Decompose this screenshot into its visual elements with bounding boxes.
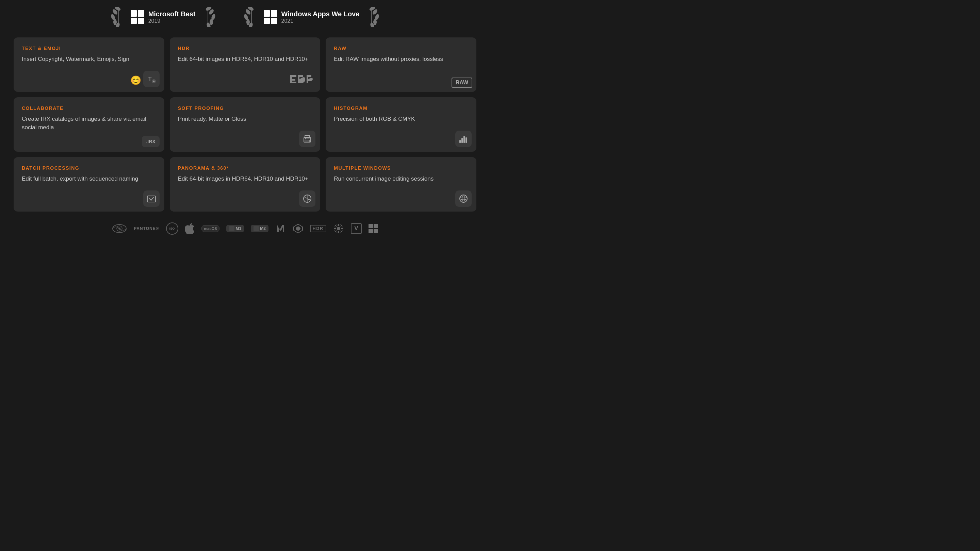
svg-rect-43 (147, 196, 156, 202)
feature-desc-raw: Edit RAW images without proxies, lossles… (334, 55, 468, 85)
svg-rect-34 (307, 75, 311, 77)
feature-card-text-emoji: TEXT & EMOJI Insert Copyright, Watermark… (14, 37, 164, 92)
feature-desc-soft-proofing: Print ready, Matte or Gloss (178, 115, 312, 145)
irx-badge-icon: .IRX (142, 136, 159, 147)
feature-title-collaborate: COLLABORATE (22, 105, 156, 111)
histogram-icon (455, 130, 472, 147)
feature-desc-panorama: Edit 64-bit images in HDR64, HDR10 and H… (178, 175, 312, 205)
feature-desc-batch: Edit full batch, export with sequenced n… (22, 175, 156, 205)
logo-burst (333, 223, 344, 234)
features-grid: TEXT & EMOJI Insert Copyright, Watermark… (14, 37, 476, 211)
logos-bar: PANTONE® ISO macOS M1 M2 (14, 222, 476, 235)
feature-card-batch: BATCH PROCESSING Edit full batch, export… (14, 157, 164, 211)
svg-rect-39 (460, 140, 461, 143)
feature-card-soft-proofing: SOFT PROOFING Print ready, Matte or Glos… (170, 97, 321, 152)
logo-vee: V (351, 223, 362, 234)
award-text-2: Windows Apps We Love 2021 (282, 10, 360, 24)
laurel-right-2-icon (363, 7, 380, 27)
award-title-2: Windows Apps We Love (282, 10, 360, 18)
svg-line-62 (335, 230, 337, 232)
feature-card-histogram: HISTOGRAM Precision of both RGB & CMYK (326, 97, 476, 152)
hdr-badge-icon (290, 75, 314, 86)
svg-point-38 (305, 138, 306, 140)
raw-badge-icon: RAW (452, 78, 472, 88)
feature-title-multiple-windows: MULTIPLE WINDOWS (334, 165, 468, 171)
logo-m1: M1 (226, 225, 244, 232)
svg-rect-51 (253, 226, 259, 231)
award-item-2: Windows Apps We Love 2021 (243, 7, 380, 27)
feature-card-hdr: HDR Edit 64-bit images in HDR64, HDR10 a… (170, 37, 321, 92)
text-tool-icon: T + (143, 71, 159, 87)
svg-rect-30 (290, 82, 296, 83)
logo-pantone: PANTONE® (134, 226, 159, 231)
laurel-left-2-icon (243, 7, 259, 27)
feature-desc-collaborate: Create IRX catalogs of images & share vi… (22, 115, 156, 145)
emoji-icon: 😊 (130, 75, 141, 86)
feature-card-raw: RAW Edit RAW images without proxies, los… (326, 37, 476, 92)
svg-point-21 (373, 19, 377, 25)
windows-logo-award-2 (264, 10, 277, 24)
award-text-1: Microsoft Best 2019 (148, 10, 196, 24)
svg-rect-32 (298, 75, 303, 77)
logo-metal (275, 223, 286, 234)
logo-iso: ISO (166, 222, 178, 235)
svg-rect-28 (290, 75, 296, 77)
feature-title-soft-proofing: SOFT PROOFING (178, 105, 312, 111)
svg-line-70 (334, 230, 336, 230)
logo-macos: macOS (202, 225, 220, 232)
svg-line-66 (342, 230, 343, 230)
svg-rect-50 (229, 226, 234, 231)
feature-title-batch: BATCH PROCESSING (22, 165, 156, 171)
panorama-icon (299, 191, 315, 207)
awards-section: Microsoft Best 2019 (14, 7, 476, 27)
feature-card-panorama: PANORAMA & 360° Edit 64-bit images in HD… (170, 157, 321, 211)
feature-title-histogram: HISTOGRAM (334, 105, 468, 111)
svg-text:+: + (153, 79, 155, 83)
laurel-right-icon (200, 7, 216, 27)
award-item-1: Microsoft Best 2019 (110, 7, 216, 27)
svg-rect-40 (461, 138, 463, 143)
feature-desc-histogram: Precision of both RGB & CMYK (334, 115, 468, 145)
feature-card-collaborate: COLLABORATE Create IRX catalogs of image… (14, 97, 164, 152)
logo-apple (185, 223, 195, 234)
svg-point-15 (247, 19, 250, 25)
svg-text:T: T (148, 76, 152, 83)
print-icon (299, 130, 315, 147)
svg-rect-42 (466, 137, 467, 143)
laurel-left-icon (110, 7, 127, 27)
logo-windows-bottom (369, 224, 378, 233)
award-year-1: 2019 (148, 18, 196, 24)
batch-icon (143, 191, 159, 207)
logo-shape (293, 224, 303, 233)
feature-title-hdr: HDR (178, 46, 312, 51)
svg-line-61 (340, 225, 342, 227)
svg-line-59 (335, 225, 337, 227)
svg-point-54 (337, 227, 340, 230)
award-title-1: Microsoft Best (148, 10, 196, 18)
feature-title-panorama: PANORAMA & 360° (178, 165, 312, 171)
svg-point-9 (210, 19, 213, 25)
feature-card-multiple-windows: MULTIPLE WINDOWS Run concurrent image ed… (326, 157, 476, 211)
multiple-windows-icon (455, 191, 472, 207)
svg-rect-29 (290, 79, 295, 81)
award-year-2: 2021 (282, 18, 360, 24)
feature-title-raw: RAW (334, 46, 468, 51)
logo-hdr-bottom: HDR (310, 225, 326, 232)
svg-point-3 (113, 19, 117, 25)
feature-title-text-emoji: TEXT & EMOJI (22, 46, 156, 51)
svg-rect-41 (463, 136, 465, 143)
svg-line-60 (340, 230, 342, 232)
svg-rect-37 (305, 140, 310, 142)
page-wrapper: Microsoft Best 2019 (0, 0, 490, 275)
logo-m2: M2 (251, 225, 269, 232)
svg-marker-53 (296, 226, 301, 231)
svg-point-46 (460, 195, 467, 202)
feature-desc-multiple-windows: Run concurrent image editing sessions (334, 175, 468, 205)
windows-logo-award-1 (130, 10, 144, 24)
logo-eye-one (112, 224, 127, 233)
